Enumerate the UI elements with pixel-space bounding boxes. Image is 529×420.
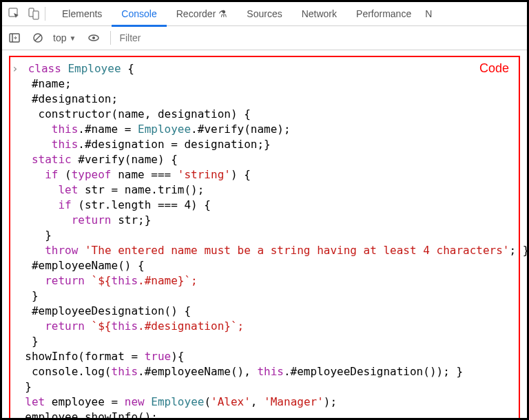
- code-region: Code › class Employee { #name; #designat…: [9, 56, 520, 420]
- tab-console[interactable]: Console: [112, 3, 166, 27]
- tab-elements[interactable]: Elements: [52, 2, 112, 25]
- separator: [45, 7, 45, 21]
- separator: [110, 31, 111, 45]
- console-body: Code › class Employee { #name; #designat…: [2, 50, 527, 420]
- svg-line-6: [35, 35, 41, 41]
- console-toolbar: top ▼: [2, 26, 527, 50]
- console-input-code[interactable]: › class Employee { #name; #designation; …: [12, 61, 515, 420]
- live-expression-icon[interactable]: [85, 30, 102, 46]
- context-label: top: [53, 32, 66, 43]
- clear-console-icon[interactable]: [30, 30, 46, 46]
- tab-overflow: N: [421, 8, 432, 19]
- sidebar-toggle-icon[interactable]: [6, 30, 23, 46]
- filter-field[interactable]: [118, 32, 523, 44]
- svg-point-8: [92, 36, 95, 39]
- inspect-icon[interactable]: [7, 6, 22, 21]
- code-annotation-label: Code: [479, 61, 509, 76]
- svg-rect-2: [33, 11, 39, 19]
- flask-icon: ⚗: [218, 8, 227, 19]
- tab-performance[interactable]: Performance: [346, 2, 421, 25]
- tab-sources[interactable]: Sources: [237, 2, 291, 25]
- context-selector[interactable]: top ▼: [53, 32, 76, 43]
- tab-strip: Elements Console Recorder⚗ Sources Netwo…: [2, 2, 527, 26]
- tab-recorder-label: Recorder: [176, 8, 216, 19]
- prompt-chevron-icon: ›: [12, 61, 21, 76]
- tab-network[interactable]: Network: [292, 2, 346, 25]
- tab-recorder[interactable]: Recorder⚗: [167, 2, 238, 25]
- device-toggle-icon[interactable]: [26, 6, 41, 21]
- devtools-window: Elements Console Recorder⚗ Sources Netwo…: [0, 0, 529, 420]
- filter-input[interactable]: [118, 32, 526, 44]
- chevron-down-icon: ▼: [69, 34, 76, 42]
